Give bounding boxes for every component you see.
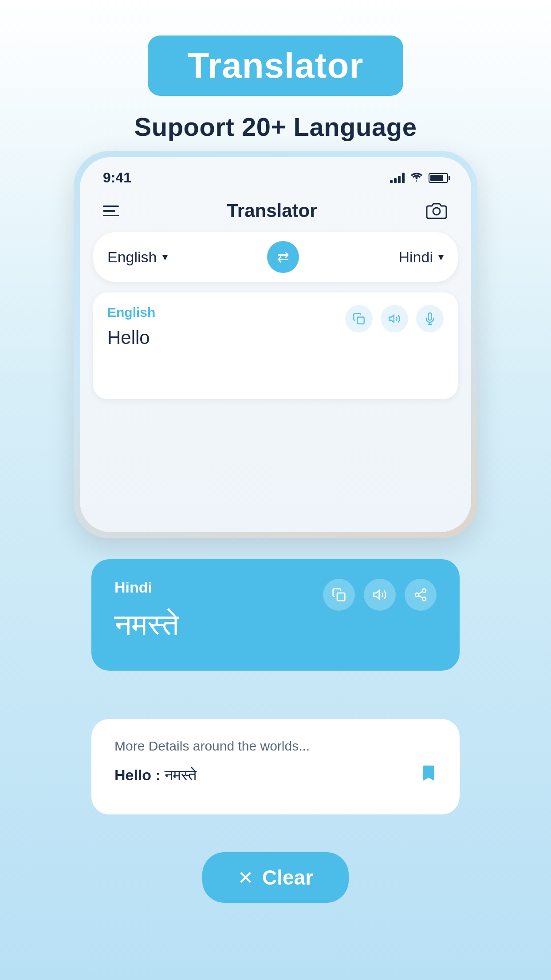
detail-word: Hello : [114,767,165,783]
svg-rect-1 [358,317,364,324]
title-badge: Translator [148,36,404,96]
svg-rect-5 [337,593,345,601]
output-text: नमस्ते [114,605,179,644]
language-selector: English ▾ ⇄ Hindi ▾ [93,232,458,282]
status-bar: 9:41 [80,157,471,192]
speak-input-button[interactable] [381,305,408,332]
output-lang-label: Hindi [114,579,179,596]
svg-line-11 [418,592,422,594]
status-time: 9:41 [103,170,131,186]
phone-container: 9:41 [74,151,477,538]
input-actions [345,305,444,332]
target-lang-dropdown-icon: ▾ [438,251,444,263]
svg-marker-2 [389,315,394,322]
phone-screen: 9:41 [80,157,471,532]
details-title: More Details around the worlds... [114,739,437,754]
output-actions [323,579,437,611]
status-icons [390,171,448,185]
input-area: English Hello [93,292,458,399]
svg-marker-6 [374,591,379,599]
svg-point-9 [422,597,426,601]
svg-line-10 [418,596,422,598]
wifi-icon [410,171,423,185]
input-text[interactable]: Hello [107,327,155,348]
target-language-selector[interactable]: Hindi ▾ [399,249,444,266]
menu-icon[interactable] [103,205,119,217]
copy-output-button[interactable] [323,579,355,611]
input-area-wrapper: English Hello [80,292,471,399]
detail-row: Hello : नमस्ते [114,764,437,786]
app-title-badge: Translator [188,46,364,85]
svg-point-0 [433,208,440,215]
clear-button[interactable]: ✕ Clear [202,852,349,903]
copy-input-button[interactable] [345,305,373,332]
share-output-button[interactable] [405,579,437,611]
app-header: Translator [80,192,471,232]
source-lang-dropdown-icon: ▾ [162,251,168,263]
phone-frame: 9:41 [74,151,477,538]
subtitle: Supoort 20+ Language [134,112,417,142]
clear-button-container: ✕ Clear [202,852,349,903]
detail-translation: नमस्ते [165,767,197,783]
svg-point-7 [422,589,426,593]
clear-button-label: Clear [262,865,313,889]
header-section: Translator Supoort 20+ Language [0,0,551,168]
camera-button[interactable] [425,200,448,221]
signal-icon [390,173,405,183]
bookmark-icon[interactable] [421,764,437,786]
battery-icon [429,173,448,183]
svg-point-8 [415,593,419,597]
details-section: More Details around the worlds... Hello … [91,719,460,814]
speak-output-button[interactable] [364,579,396,611]
app-root: Translator Supoort 20+ Language 9:41 [0,0,551,980]
microphone-input-button[interactable] [416,305,444,332]
output-card: Hindi नमस्ते [91,559,460,671]
input-lang-label: English [107,305,155,320]
swap-languages-button[interactable]: ⇄ [267,241,299,273]
source-language-selector[interactable]: English ▾ [107,249,168,266]
app-header-title: Translator [227,200,317,221]
